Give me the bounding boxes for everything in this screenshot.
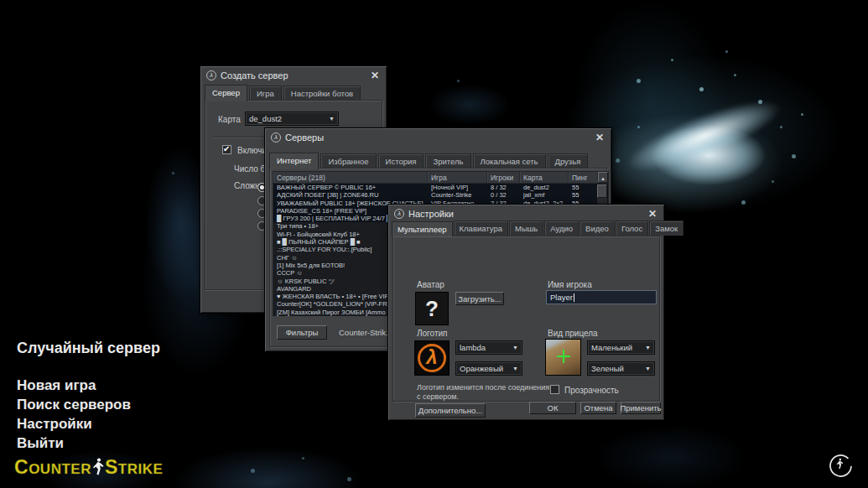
server-row[interactable]: АДСКИЙ ПОБЕГ [JB] | ZONE46.RU Counter-St… — [273, 191, 608, 199]
desktop: λ Создать сервер ✕ Сервер Игра Настройки… — [0, 0, 868, 488]
tab-game[interactable]: Игра — [249, 86, 282, 101]
filters-button[interactable]: Фильтры — [277, 325, 327, 340]
transparency-checkbox[interactable] — [550, 385, 559, 394]
servers-tabs: Интернет Избранное История Зритель Локал… — [269, 153, 607, 169]
server-players: 8 / 32 — [487, 184, 520, 191]
crosshair-preview — [545, 339, 581, 376]
crosshair-color-value: Зеленый — [591, 364, 624, 373]
chevron-down-icon: ▼ — [329, 116, 335, 122]
settings-window: λ Настройки ✕ Мультиплеер Клавиатура Мыш… — [387, 204, 665, 421]
map-value: de_dust2 — [249, 114, 282, 123]
scrollbar-up-icon[interactable]: ▲ — [598, 172, 608, 183]
settings-footer: ОК Отмена Применить — [388, 402, 664, 416]
logo-strike-text: Strike — [105, 456, 163, 479]
chevron-down-icon: ▼ — [645, 345, 651, 350]
tab-favorites[interactable]: Избранное — [320, 153, 376, 169]
create-server-titlebar[interactable]: λ Создать сервер ✕ — [200, 66, 387, 84]
server-row[interactable]: ВАЖНЫЙ СЕРВЕР © PUBLIC 16+ [Ночной VIP] … — [273, 184, 608, 191]
upload-avatar-button[interactable]: Загрузить... — [455, 292, 504, 305]
avatar-label: Аватар — [417, 280, 444, 289]
map-dropdown[interactable]: de_dust2 ▼ — [245, 112, 339, 126]
tab-internet[interactable]: Интернет — [269, 153, 319, 169]
enable-bots-checkbox[interactable] — [222, 145, 231, 154]
servers-titlebar[interactable]: λ Серверы ✕ — [265, 128, 611, 146]
menu-quit[interactable]: Выйти — [17, 435, 64, 452]
cancel-button[interactable]: Отмена — [580, 402, 616, 414]
half-life-lambda-icon: λ — [271, 132, 281, 143]
chevron-down-icon: ▼ — [512, 345, 518, 350]
logo-counter-text: Counter — [14, 456, 91, 479]
close-icon[interactable]: ✕ — [594, 132, 606, 143]
scrollbar-thumb[interactable] — [597, 184, 607, 198]
server-ping: 55 — [569, 184, 598, 191]
menu-random-server[interactable]: Случайный сервер — [17, 340, 160, 357]
crosshair-size-dropdown[interactable]: Маленький ▼ — [587, 340, 655, 355]
tab-lock[interactable]: Замок — [649, 221, 683, 236]
logo-label: Логотип — [417, 329, 447, 338]
tab-voice[interactable]: Голос — [616, 221, 648, 236]
server-game: [Ночной VIP] — [428, 184, 487, 191]
tab-spectate[interactable]: Зритель — [425, 153, 470, 169]
server-ping: 55 — [569, 191, 598, 199]
column-ping[interactable]: Пинг — [569, 172, 598, 183]
game-filter-label: Counter-Strik.. — [339, 328, 390, 337]
cs-soldier-icon — [93, 458, 104, 475]
menu-new-game[interactable]: Новая игра — [17, 377, 96, 394]
logo-dropdown[interactable]: lambda ▼ — [455, 340, 522, 355]
close-icon[interactable]: ✕ — [369, 70, 381, 81]
server-name: ВАЖНЫЙ СЕРВЕР © PUBLIC 16+ — [273, 184, 428, 191]
tab-mouse[interactable]: Мышь — [509, 221, 543, 236]
close-icon[interactable]: ✕ — [647, 208, 658, 220]
tab-server[interactable]: Сервер — [205, 85, 247, 101]
server-table-header: Серверы (218) Игра Игроки Карта Пинг ▲ — [273, 172, 608, 184]
avatar-placeholder: ? — [425, 296, 439, 322]
window-title: Создать сервер — [221, 70, 369, 80]
column-players[interactable]: Игроки — [487, 172, 520, 183]
logo-color-dropdown[interactable]: Оранжевый ▼ — [455, 361, 522, 376]
column-map[interactable]: Карта — [520, 172, 569, 183]
tab-history[interactable]: История — [378, 153, 424, 169]
water-droplets — [0, 0, 3, 3]
cs-emblem-icon — [828, 453, 854, 479]
player-name-value: Player — [550, 293, 573, 302]
counter-strike-logo: Counter Strike — [14, 456, 163, 479]
half-life-lambda-icon: λ — [394, 209, 404, 219]
spray-logo-preview: λ — [414, 340, 450, 376]
settings-panel: Аватар ? Загрузить... Имя игрока Player … — [392, 236, 660, 402]
tab-multiplayer[interactable]: Мультиплеер — [392, 221, 453, 236]
logo-note: Логотип изменится после соединения с сер… — [417, 383, 551, 402]
tab-keyboard[interactable]: Клавиатура — [454, 221, 508, 236]
menu-settings[interactable]: Настройки — [17, 416, 92, 433]
map-label: Карта — [218, 115, 241, 124]
settings-titlebar[interactable]: λ Настройки ✕ — [388, 205, 664, 222]
crosshair-label: Вид прицела — [548, 329, 598, 338]
transparency-label: Прозрачность — [564, 386, 619, 395]
crosshair-icon — [557, 356, 570, 357]
tab-lan[interactable]: Локальная сеть — [473, 153, 546, 169]
half-life-lambda-icon: λ — [206, 70, 216, 80]
column-game[interactable]: Игра — [428, 172, 487, 183]
crosshair-color-dropdown[interactable]: Зеленый ▼ — [587, 361, 655, 376]
tab-video[interactable]: Видео — [580, 221, 615, 236]
text-caret — [574, 293, 574, 302]
lambda-icon: λ — [426, 347, 437, 367]
logo-color-value: Оранжевый — [460, 364, 503, 373]
tab-audio[interactable]: Аудио — [544, 221, 579, 236]
server-map: jail_xmf — [520, 191, 569, 199]
server-map: de_dust2 — [520, 184, 569, 191]
settings-tabs: Мультиплеер Клавиатура Мышь Аудио Видео … — [392, 221, 661, 236]
player-name-input[interactable]: Player — [546, 290, 657, 304]
apply-button[interactable]: Применить — [621, 402, 661, 414]
ok-button[interactable]: ОК — [529, 402, 576, 414]
server-name: АДСКИЙ ПОБЕГ [JB] | ZONE46.RU — [273, 191, 428, 199]
logo-value: lambda — [460, 343, 486, 352]
server-game: Counter-Strike — [428, 191, 487, 199]
window-title: Серверы — [285, 132, 594, 143]
tab-friends[interactable]: Друзья — [548, 153, 589, 169]
crosshair-size-value: Маленький — [591, 343, 632, 352]
chevron-down-icon: ▼ — [645, 366, 651, 371]
menu-find-servers[interactable]: Поиск серверов — [17, 397, 131, 413]
tab-bot-settings[interactable]: Настройки ботов — [283, 86, 361, 101]
lambda-ring-icon: λ — [418, 344, 446, 372]
column-servers[interactable]: Серверы (218) — [273, 172, 428, 183]
